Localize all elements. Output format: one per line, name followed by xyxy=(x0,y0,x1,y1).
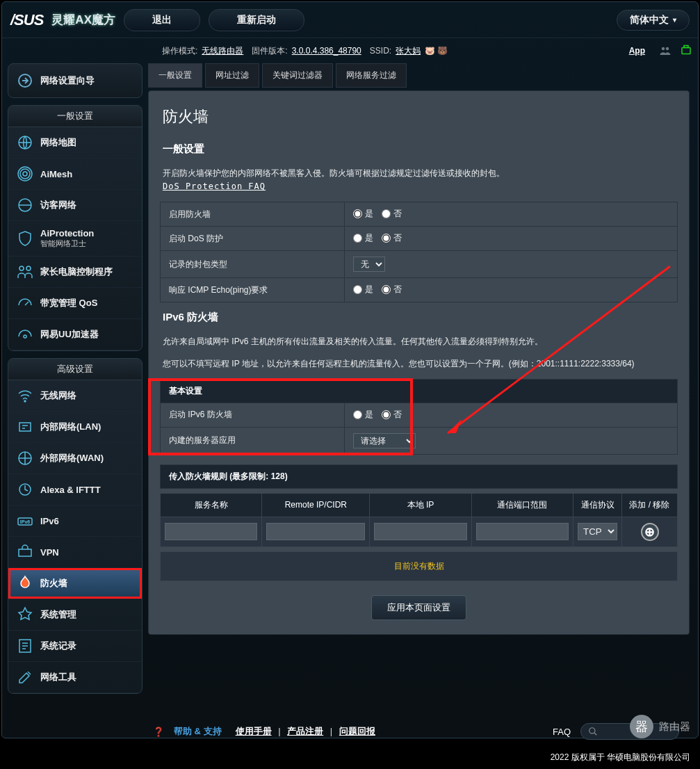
help-link[interactable]: 帮助 & 支持 xyxy=(174,725,222,738)
enable-dos-yes[interactable]: 是 xyxy=(353,232,373,244)
reboot-button[interactable]: 重新启动 xyxy=(209,9,304,31)
apply-button[interactable]: 应用本页面设置 xyxy=(371,595,466,620)
proto-select[interactable]: TCP xyxy=(578,523,617,540)
firmware-label: 固件版本: xyxy=(252,45,287,57)
nav-wireless[interactable]: 无线网络 xyxy=(8,380,142,412)
guest-icon xyxy=(17,197,33,213)
nav-nettools[interactable]: 网络工具 xyxy=(8,662,142,693)
wifi-icon xyxy=(17,387,33,404)
firewall-panel: 防火墙 一般设置 开启防火墙保护您的内部网络不被黑客入侵。防火墙可根据过滤规定过… xyxy=(148,90,690,635)
nav-wan[interactable]: 外部网络(WAN) xyxy=(8,443,142,474)
remote-input[interactable] xyxy=(266,523,365,540)
tabs: 一般设置 网址过滤 关键词过滤器 网络服务过滤 xyxy=(148,63,690,88)
logout-button[interactable]: 退出 xyxy=(124,9,200,31)
icmp-no[interactable]: 否 xyxy=(382,284,402,296)
nav-parental[interactable]: 家长电脑控制程序 xyxy=(8,257,142,288)
svg-point-11 xyxy=(26,266,31,270)
port-input[interactable] xyxy=(476,523,569,540)
tab-general[interactable]: 一般设置 xyxy=(148,63,202,88)
opmode-link[interactable]: 无线路由器 xyxy=(202,45,243,57)
nav-alexa[interactable]: Alexa & IFTTT xyxy=(8,474,142,505)
nav-aiprotection[interactable]: AiProtection智能网络卫士 xyxy=(8,221,142,257)
nav-lan[interactable]: 内部网络(LAN) xyxy=(8,412,142,443)
watermark-icon: 器 xyxy=(630,715,653,738)
nav-uu-accel[interactable]: 网易UU加速器 xyxy=(8,319,142,350)
nav-aimesh[interactable]: AiMesh xyxy=(8,159,142,190)
service-input[interactable] xyxy=(165,523,257,540)
nav-network-map[interactable]: 网络地图 xyxy=(8,127,142,159)
ipv6-fw-no[interactable]: 否 xyxy=(382,409,402,421)
ipv6-fw-yes[interactable]: 是 xyxy=(353,409,373,421)
opmode-label: 操作模式: xyxy=(162,45,197,57)
nav-syslog[interactable]: 系统记录 xyxy=(8,631,142,662)
enable-dos-no[interactable]: 否 xyxy=(382,232,402,244)
log-icon xyxy=(17,638,33,654)
nav-guest-network[interactable]: 访客网络 xyxy=(8,190,142,221)
ipv6-desc1: 允许来自局域网中 IPv6 主机的所有传出流量及相关的传入流量。任何其他传入流量… xyxy=(149,331,689,353)
ipv6-fw-label: 启动 IPv6 防火墙 xyxy=(161,403,345,427)
lan-icon xyxy=(17,419,33,435)
ipv6-desc2: 您可以不填写远程 IP 地址，以允许来自任何远程主机的流量传入。您也可以设置为一… xyxy=(149,353,689,375)
globe-icon xyxy=(17,134,33,151)
usb-icon[interactable] xyxy=(680,44,692,57)
ssid-link[interactable]: 张大妈 xyxy=(396,45,421,57)
faq-link[interactable]: FAQ xyxy=(553,727,571,737)
language-select[interactable]: 简体中文 xyxy=(617,10,690,31)
packet-type-select[interactable]: 无 xyxy=(353,257,385,272)
logo: /SUS xyxy=(10,11,43,29)
wan-icon xyxy=(17,450,33,467)
alexa-icon xyxy=(17,481,33,498)
icmp-echo-label: 响应 ICMP Echo(ping)要求 xyxy=(161,278,345,302)
wizard-icon xyxy=(17,72,33,89)
vpn-icon xyxy=(17,544,33,560)
ipv6-icon: IPv6 xyxy=(17,512,33,529)
manual-link[interactable]: 使用手册 xyxy=(236,726,272,736)
svg-point-23 xyxy=(589,728,595,734)
server-app-label: 内建的服务器应用 xyxy=(161,427,345,454)
tab-url-filter[interactable]: 网址过滤 xyxy=(205,63,259,88)
dos-faq-link[interactable]: DoS Protection FAQ xyxy=(163,181,266,191)
tab-service-filter[interactable]: 网络服务过滤 xyxy=(336,63,407,88)
users-icon[interactable] xyxy=(659,44,671,57)
svg-point-10 xyxy=(19,266,24,270)
rules-header-table: 传入防火墙规则 (最多限制: 128) xyxy=(160,464,678,489)
nav-qos[interactable]: 带宽管理 QoS xyxy=(8,288,142,319)
svg-point-0 xyxy=(662,47,665,51)
basic-settings-header: 基本设置 xyxy=(161,379,678,403)
status-bar: 操作模式: 无线路由器 固件版本: 3.0.0.4.386_48790 SSID… xyxy=(2,38,698,63)
nav-vpn[interactable]: VPN xyxy=(8,537,142,568)
tab-keyword-filter[interactable]: 关键词过滤器 xyxy=(262,63,333,88)
mesh-icon xyxy=(17,165,33,182)
nav-admin[interactable]: 系统管理 xyxy=(8,599,142,631)
packet-type-label: 记录的封包类型 xyxy=(161,251,345,278)
firmware-link[interactable]: 3.0.0.4.386_48790 xyxy=(292,46,361,56)
local-input[interactable] xyxy=(374,523,466,540)
section1-title: 一般设置 xyxy=(149,138,689,163)
footer-bar: ❓ 帮助 & 支持 使用手册 | 产品注册 | 问题回报 FAQ xyxy=(139,718,693,745)
col-port: 通信端口范围 xyxy=(471,493,573,517)
network-wizard[interactable]: 网络设置向导 xyxy=(8,63,143,98)
boost-icon xyxy=(17,326,33,343)
server-app-select[interactable]: 请选择 xyxy=(353,433,416,448)
nav-ipv6[interactable]: IPv6IPv6 xyxy=(8,505,142,537)
admin-icon xyxy=(17,606,33,623)
svg-point-1 xyxy=(666,47,669,51)
icmp-yes[interactable]: 是 xyxy=(353,284,373,296)
ipv6-title: IPv6 防火墙 xyxy=(149,307,689,331)
app-link[interactable]: App xyxy=(629,46,645,56)
enable-firewall-yes[interactable]: 是 xyxy=(353,208,373,220)
svg-rect-3 xyxy=(684,46,688,48)
svg-rect-19 xyxy=(19,549,31,556)
tools-icon xyxy=(17,669,33,686)
section1-desc: 开启防火墙保护您的内部网络不被黑客入侵。防火墙可根据过滤规定过滤传送或接收的封包… xyxy=(163,168,505,178)
general-table: 启用防火墙 是否 启动 DoS 防护 是否 记录的封包类型 无 响应 ICMP … xyxy=(160,202,678,302)
add-rule-button[interactable]: ⊕ xyxy=(641,523,659,541)
feedback-link[interactable]: 问题回报 xyxy=(339,726,375,736)
enable-firewall-no[interactable]: 否 xyxy=(382,208,402,220)
svg-point-13 xyxy=(24,400,26,402)
model-name: 灵耀AX魔方 xyxy=(51,12,115,28)
nav-firewall[interactable]: 防火墙 xyxy=(8,568,142,599)
col-remote: Remote IP/CIDR xyxy=(262,493,370,517)
register-link[interactable]: 产品注册 xyxy=(287,726,323,736)
col-service: 服务名称 xyxy=(161,493,262,517)
